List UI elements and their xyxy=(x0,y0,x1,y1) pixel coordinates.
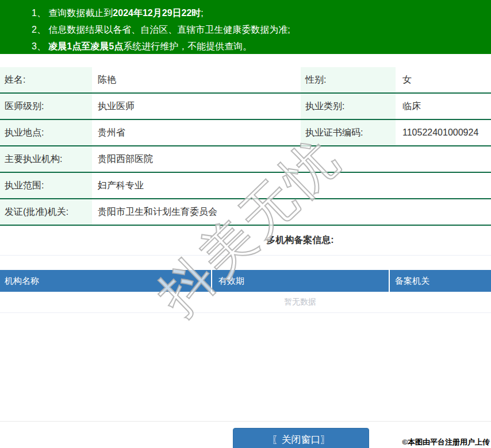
field-value-practice-category: 临床 xyxy=(396,94,491,119)
physician-info-table: 姓名: 陈艳 性别: 女 医师级别: 执业医师 执业类别: 临床 执业地点: 贵… xyxy=(0,67,491,226)
notice-line-3: 3、 凌晨1点至凌晨5点系统进行维护，不能提供查询。 xyxy=(32,38,485,55)
field-label-gender: 性别: xyxy=(301,67,396,92)
column-header-filing-authority: 备案机关 xyxy=(389,270,491,292)
column-header-validity-period: 有效期 xyxy=(211,270,389,292)
field-value-practice-scope: 妇产科专业 xyxy=(92,173,491,198)
field-label-certificate-number: 执业证书编码: xyxy=(301,120,396,145)
field-label-issuing-authority: 发证(批准)机关: xyxy=(0,199,92,225)
notice-3-bold-text: 凌晨1点至凌晨5点 xyxy=(48,41,123,51)
field-value-main-institution: 贵阳西部医院 xyxy=(92,146,491,172)
table-row-practice-scope: 执业范围: 妇产科专业 xyxy=(0,173,491,199)
license-query-result-page: { "notices": { "items": [ { "prefix": "1… xyxy=(0,0,491,448)
field-value-practice-location: 贵州省 xyxy=(92,120,301,145)
column-header-institution-name: 机构名称 xyxy=(0,270,211,292)
notice-line-1: 1、 查询数据截止到2024年12月29日22时; xyxy=(32,5,485,21)
notice-3-suffix: 系统进行维护，不能提供查询。 xyxy=(123,41,252,51)
field-value-doctor-level: 执业医师 xyxy=(92,94,301,119)
empty-data-text: 暂无数据 xyxy=(284,297,316,307)
multi-institution-section: 多机构备案信息: xyxy=(0,226,491,256)
field-value-certificate-number: 110522401000924 xyxy=(396,120,491,145)
table-row-level-category: 医师级别: 执业医师 执业类别: 临床 xyxy=(0,94,491,120)
field-label-practice-location: 执业地点: xyxy=(0,120,92,145)
field-label-practice-scope: 执业范围: xyxy=(0,173,92,198)
field-value-issuing-authority: 贵阳市卫生和计划生育委员会 xyxy=(92,199,491,225)
field-label-main-institution: 主要执业机构: xyxy=(0,146,92,172)
table-row-name-gender: 姓名: 陈艳 性别: 女 xyxy=(0,67,491,94)
copyright-text: ©本图由平台注册用户上传 xyxy=(402,437,490,447)
field-value-gender: 女 xyxy=(396,67,491,92)
registration-table-empty-row: 暂无数据 xyxy=(0,292,491,313)
table-row-issuing-authority: 发证(批准)机关: 贵阳市卫生和计划生育委员会 xyxy=(0,199,491,226)
bottom-divider xyxy=(0,421,491,422)
field-label-doctor-level: 医师级别: xyxy=(0,94,92,119)
field-value-name: 陈艳 xyxy=(92,67,301,92)
field-label-name: 姓名: xyxy=(0,67,92,92)
table-row-location-certificate: 执业地点: 贵州省 执业证书编码: 110522401000924 xyxy=(0,120,491,146)
notice-header: 1、 查询数据截止到2024年12月29日22时; 2、 信息数据结果以各省、自… xyxy=(0,0,491,54)
notice-3-text: 3、 xyxy=(32,41,48,51)
notice-2-text: 2、 信息数据结果以各省、自治区、直辖市卫生健康委数据为准; xyxy=(32,25,290,34)
field-label-practice-category: 执业类别: xyxy=(301,94,396,119)
notice-1-text: 1、 查询数据截止到 xyxy=(32,8,113,18)
registration-table-header: 机构名称 有效期 备案机关 xyxy=(0,270,491,292)
notice-1-bold-text: 2024年12月29日22时 xyxy=(113,8,201,18)
section-heading: 多机构备案信息: xyxy=(266,234,333,246)
notice-line-2: 2、 信息数据结果以各省、自治区、直辖市卫生健康委数据为准; xyxy=(32,21,485,38)
close-window-button[interactable]: 〖关闭窗口〗 xyxy=(233,428,369,448)
notice-1-suffix: ; xyxy=(201,8,203,18)
table-row-main-institution: 主要执业机构: 贵阳西部医院 xyxy=(0,146,491,173)
